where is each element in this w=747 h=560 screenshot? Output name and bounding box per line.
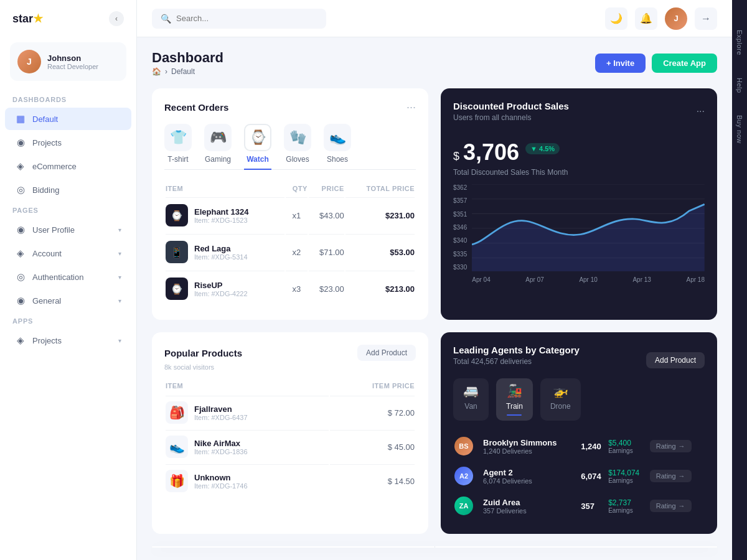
list-item: 🎁 Unknown Item: #XDG-1746 $ 14.50 (166, 464, 415, 497)
x-label: Apr 18 (687, 276, 705, 283)
sidebar-item-label: Authentication (32, 273, 83, 282)
rating-label: Rating (656, 502, 676, 510)
product-item-cell: 👟 Nike AirMax Item: #XDG-1836 (166, 430, 329, 463)
tab-gloves[interactable]: 🧤 Gloves (284, 124, 311, 170)
tab-drone[interactable]: 🚁 Drone (540, 378, 581, 421)
sidebar-item-label: Default (32, 114, 58, 124)
product-price: $ 72.00 (330, 396, 415, 429)
order-item-img: ⌚ (166, 278, 188, 300)
popular-products-header: Popular Products Add Product (164, 345, 416, 361)
order-row: ⌚ RiseUP Item: #XDG-4222 x3 $23.00 $213.… (166, 271, 415, 306)
tshirt-icon: 👕 (164, 124, 192, 151)
topbar-right: 🌙 🔔 J → (605, 7, 717, 30)
tab-label: Train (506, 402, 523, 411)
right-tab-help[interactable]: Help (733, 73, 746, 98)
product-img: 👟 (166, 436, 188, 458)
tab-van[interactable]: 🚐 Van (453, 378, 489, 421)
agent-info-cell: Agent 2 6,074 Deliveries (478, 462, 580, 490)
gloves-label: Gloves (286, 155, 309, 164)
search-box[interactable]: 🔍 (152, 9, 326, 29)
sidebar-item-authentication[interactable]: ◎ Authentication ▾ (5, 266, 131, 288)
earnings-label: Earnings (608, 507, 649, 514)
tab-tshirt[interactable]: 👕 T-shirt (164, 124, 192, 170)
sidebar-item-label: General (32, 296, 61, 306)
add-product-agents-button[interactable]: Add Product (646, 352, 705, 368)
sidebar-item-projects-app[interactable]: ◈ Projects ▾ (5, 329, 131, 352)
search-input[interactable] (176, 14, 317, 23)
chart-area-fill (472, 204, 705, 271)
topbar: 🔍 🌙 🔔 J → (137, 0, 732, 37)
earnings-label: Earnings (608, 477, 649, 484)
notification-icon[interactable]: 🔔 (635, 7, 657, 30)
agents-table: BS Brooklyn Simmons 1,240 Deliveries 1,2… (453, 431, 705, 521)
chevron-down-icon: ▾ (118, 297, 121, 304)
sidebar-collapse-button[interactable]: ‹ (109, 11, 124, 26)
y-label: $357 (453, 197, 467, 204)
projects-icon: ◉ (15, 137, 26, 148)
add-product-button[interactable]: Add Product (357, 345, 416, 361)
sidebar-item-user-profile[interactable]: ◉ User Profile ▾ (5, 218, 131, 241)
product-img: 🎒 (166, 401, 188, 424)
sidebar-item-default[interactable]: ▦ Default (5, 108, 131, 130)
logo: star★ (12, 12, 43, 26)
order-row: 📱 Red Laga Item: #XDG-5314 x2 $71.00 $53… (166, 234, 415, 269)
right-tab-buynow[interactable]: Buy now (733, 110, 746, 149)
create-app-button[interactable]: Create App (652, 54, 717, 73)
list-item: 🎒 Fjallraven Item: #XDG-6437 $ 72.00 (166, 396, 415, 429)
sidebar: star★ ‹ J Johnson React Developer DASHBO… (0, 0, 137, 560)
sales-card-header: Discounted Product Sales Users from all … (453, 101, 705, 122)
agent-rating-cell: Rating → (650, 432, 703, 460)
projects-app-icon: ◈ (15, 335, 26, 346)
sidebar-item-account[interactable]: ◈ Account ▾ (5, 242, 131, 264)
theme-icon[interactable]: 🌙 (605, 7, 627, 30)
promo-bootstrap: B Bootstrap 5 (152, 546, 435, 548)
order-item-img: ⌚ (166, 204, 188, 226)
product-name: Fjallraven (194, 404, 248, 414)
product-img: 🎁 (166, 470, 188, 492)
agent-count-cell: 357 (581, 492, 607, 520)
sidebar-item-ecommerce[interactable]: ◈ eCommerce (5, 155, 131, 177)
agent-cell: ZA (454, 492, 477, 520)
chart-wrapper: Apr 04 Apr 07 Apr 10 Apr 13 Apr 18 (472, 184, 705, 283)
rating-button[interactable]: Rating → (650, 470, 692, 482)
y-axis-labels: $362 $357 $351 $346 $340 $335 $330 (453, 184, 467, 283)
section-pages-label: PAGES (0, 202, 136, 218)
agent-count: 357 (581, 502, 607, 511)
agent-avatar: A2 (454, 467, 473, 485)
agent-avatar: BS (454, 437, 473, 455)
sidebar-item-general[interactable]: ◉ General ▾ (5, 289, 131, 312)
tab-watch[interactable]: ⌚ Watch (244, 124, 271, 170)
product-price: $ 14.50 (330, 464, 415, 497)
search-icon: 🔍 (161, 14, 171, 24)
rating-label: Rating (656, 472, 676, 480)
product-price: $ 45.00 (330, 430, 415, 463)
tab-gaming[interactable]: 🎮 Gaming (204, 124, 232, 170)
rating-button[interactable]: Rating → (650, 440, 692, 452)
product-sku: Item: #XDG-1836 (194, 448, 248, 455)
recent-orders-menu-icon[interactable]: ··· (406, 101, 416, 114)
sidebar-item-bidding[interactable]: ◎ Bidding (5, 179, 131, 201)
logo-text: star★ (12, 12, 43, 25)
breadcrumb-sep: › (165, 67, 167, 76)
invite-button[interactable]: + Invite (595, 54, 646, 73)
arrow-right-icon[interactable]: → (695, 7, 717, 30)
sales-label: Total Discounted Sales This Month (453, 168, 705, 177)
col-price: ITEM PRICE (330, 380, 415, 394)
right-tab-explore[interactable]: Explore (733, 25, 746, 60)
agent-cell: BS (454, 432, 477, 460)
sidebar-item-projects[interactable]: ◉ Projects (5, 131, 131, 154)
topbar-avatar[interactable]: J (665, 7, 687, 30)
user-info: Johnson React Developer (47, 54, 98, 70)
product-sku: Item: #XDG-6437 (194, 414, 248, 421)
y-label: $330 (453, 264, 467, 271)
y-label: $351 (453, 211, 467, 218)
sales-menu-icon[interactable]: ··· (697, 106, 705, 117)
order-qty: x3 (286, 271, 308, 306)
tab-shoes[interactable]: 👟 Shoes (324, 124, 351, 170)
col-price: PRICE (309, 181, 344, 196)
promo-banner: B Bootstrap 5 Cre ASP.NET Core 7 (152, 546, 717, 548)
rating-button[interactable]: Rating → (650, 500, 692, 512)
tab-train[interactable]: 🚂 Train (496, 378, 533, 421)
chevron-down-icon: ▾ (118, 226, 121, 233)
y-label: $340 (453, 237, 467, 244)
